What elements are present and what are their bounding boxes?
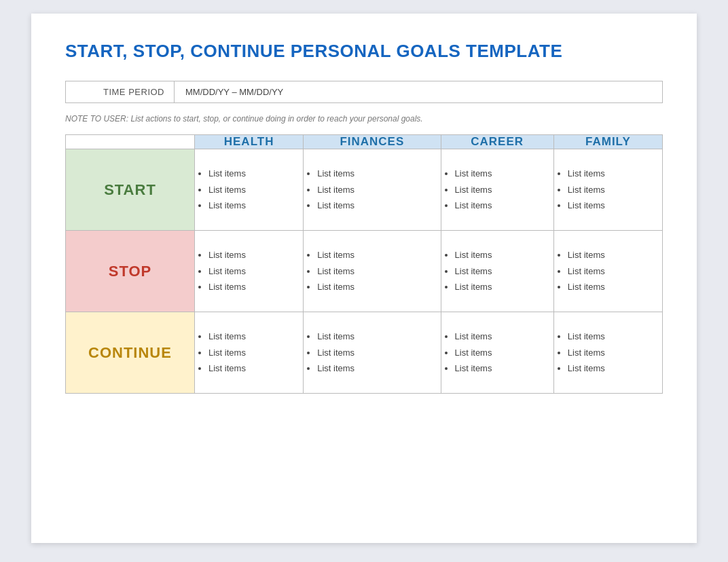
content-cell-continue-1: List itemsList itemsList items bbox=[304, 312, 441, 394]
list-item: List items bbox=[455, 345, 553, 360]
list-item: List items bbox=[568, 360, 662, 376]
note-text: NOTE TO USER: List actions to start, sto… bbox=[65, 114, 663, 124]
list-item: List items bbox=[568, 198, 662, 213]
list-item: List items bbox=[317, 263, 440, 279]
list-item: List items bbox=[568, 329, 662, 344]
content-cell-continue-3: List itemsList itemsList items bbox=[553, 312, 662, 394]
table-row: STOPList itemsList itemsList itemsList i… bbox=[66, 231, 663, 312]
list-item: List items bbox=[568, 247, 662, 263]
content-cell-start-1: List itemsList itemsList items bbox=[304, 149, 441, 231]
table-row: STARTList itemsList itemsList itemsList … bbox=[66, 149, 663, 231]
time-period-label: TIME PERIOD bbox=[66, 81, 175, 102]
header-health: HEALTH bbox=[195, 135, 304, 149]
list-item: List items bbox=[208, 345, 303, 360]
content-cell-stop-0: List itemsList itemsList items bbox=[195, 231, 304, 312]
table-row: CONTINUEList itemsList itemsList itemsLi… bbox=[66, 312, 663, 394]
row-label-stop: STOP bbox=[66, 231, 195, 312]
list-item: List items bbox=[568, 182, 662, 198]
content-cell-start-3: List itemsList itemsList items bbox=[553, 149, 662, 231]
list-item: List items bbox=[317, 329, 440, 344]
row-label-continue: CONTINUE bbox=[66, 312, 195, 394]
list-item: List items bbox=[208, 198, 303, 213]
page-title: START, STOP, CONTINUE PERSONAL GOALS TEM… bbox=[65, 41, 663, 62]
content-cell-start-2: List itemsList itemsList items bbox=[441, 149, 553, 231]
list-item: List items bbox=[317, 247, 440, 263]
list-item: List items bbox=[455, 329, 553, 344]
header-empty-cell bbox=[66, 135, 195, 149]
list-item: List items bbox=[317, 345, 440, 360]
list-item: List items bbox=[208, 263, 303, 279]
list-item: List items bbox=[455, 360, 553, 376]
list-item: List items bbox=[317, 198, 440, 213]
list-item: List items bbox=[208, 182, 303, 198]
header-career: CAREER bbox=[441, 135, 553, 149]
content-cell-stop-2: List itemsList itemsList items bbox=[441, 231, 553, 312]
header-finances: FINANCES bbox=[304, 135, 441, 149]
list-item: List items bbox=[208, 279, 303, 295]
page: START, STOP, CONTINUE PERSONAL GOALS TEM… bbox=[31, 14, 697, 543]
header-family: FAMILY bbox=[553, 135, 662, 149]
list-item: List items bbox=[568, 345, 662, 360]
time-period-row: TIME PERIOD MM/DD/YY – MM/DD/YY bbox=[65, 81, 663, 103]
list-item: List items bbox=[208, 166, 303, 181]
list-item: List items bbox=[455, 198, 553, 213]
list-item: List items bbox=[317, 166, 440, 181]
list-item: List items bbox=[455, 279, 553, 295]
list-item: List items bbox=[208, 329, 303, 344]
list-item: List items bbox=[568, 279, 662, 295]
list-item: List items bbox=[317, 182, 440, 198]
list-item: List items bbox=[208, 247, 303, 263]
list-item: List items bbox=[455, 263, 553, 279]
content-cell-stop-3: List itemsList itemsList items bbox=[553, 231, 662, 312]
list-item: List items bbox=[208, 360, 303, 376]
list-item: List items bbox=[317, 279, 440, 295]
list-item: List items bbox=[568, 166, 662, 181]
time-period-value: MM/DD/YY – MM/DD/YY bbox=[175, 81, 662, 102]
content-cell-stop-1: List itemsList itemsList items bbox=[304, 231, 441, 312]
goals-table: HEALTH FINANCES CAREER FAMILY STARTList … bbox=[65, 134, 663, 394]
row-label-start: START bbox=[66, 149, 195, 231]
list-item: List items bbox=[455, 166, 553, 181]
content-cell-continue-2: List itemsList itemsList items bbox=[441, 312, 553, 394]
content-cell-continue-0: List itemsList itemsList items bbox=[195, 312, 304, 394]
list-item: List items bbox=[455, 247, 553, 263]
list-item: List items bbox=[317, 360, 440, 376]
list-item: List items bbox=[455, 182, 553, 198]
list-item: List items bbox=[568, 263, 662, 279]
content-cell-start-0: List itemsList itemsList items bbox=[195, 149, 304, 231]
